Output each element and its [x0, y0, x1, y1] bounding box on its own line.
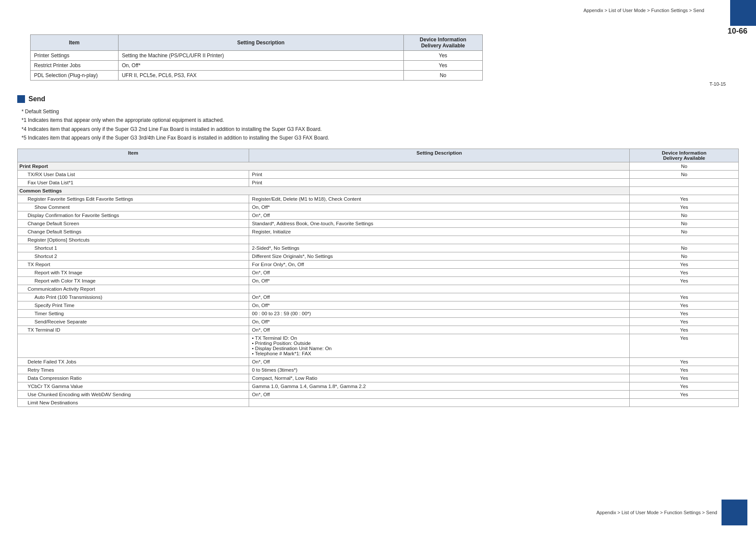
table-row: Shortcut 2 Different Size Originals*, No… [18, 252, 739, 260]
table-row: • TX Terminal ID: On• Printing Position:… [18, 334, 739, 357]
send-icon [17, 95, 25, 103]
table-row: Display Confirmation for Favorite Settin… [18, 211, 739, 219]
top-table-item: PDL Selection (Plug-n-play) [31, 71, 119, 81]
main-avail-cell: No [630, 227, 739, 236]
table-row: TX/RX User Data List Print No [18, 170, 739, 178]
top-table-item: Printer Settings [31, 51, 119, 61]
main-item-cell: Use Chunked Encoding with WebDAV Sending [18, 390, 249, 398]
main-avail-cell [630, 398, 739, 407]
send-title: Send [28, 95, 45, 103]
main-avail-cell: Yes [630, 366, 739, 374]
main-item-cell: Fax User Data List*1 [18, 178, 249, 186]
main-item-cell: Register [Options] Shortcuts [18, 236, 249, 244]
table-row: Use Chunked Encoding with WebDAV Sending… [18, 390, 739, 398]
notes-section: * Default Setting*1 Indicates items that… [22, 107, 739, 143]
main-avail-cell: Yes [630, 260, 739, 268]
main-desc-cell: On*, Off [249, 268, 630, 276]
main-desc-cell [249, 398, 630, 407]
table-row: Change Default Screen Standard*, Address… [18, 219, 739, 227]
blue-tab-top [730, 0, 756, 26]
main-desc-cell: On, Off* [249, 317, 630, 326]
table-row: Specify Print Time On, Off* Yes [18, 301, 739, 309]
top-table-item: Restrict Printer Jobs [31, 61, 119, 71]
top-table-desc: On, Off* [118, 61, 403, 71]
main-item-cell: Shortcut 2 [18, 252, 249, 260]
main-desc-cell: On*, Off [249, 326, 630, 334]
table-row: Print Report No [18, 162, 739, 170]
main-avail-cell: No [630, 219, 739, 227]
note-item: *1 Indicates items that appear only when… [22, 116, 739, 124]
table-row: Data Compression Ratio Compact, Normal*,… [18, 374, 739, 382]
bottom-section: Appendix > List of User Mode > Function … [0, 500, 756, 525]
main-avail-cell: No [630, 252, 739, 260]
section-avail [630, 186, 739, 195]
main-item-cell: TX Terminal ID [18, 326, 249, 334]
table-row: TX Terminal ID On*, Off Yes [18, 326, 739, 334]
main-desc-cell: On, Off* [249, 203, 630, 211]
main-item-cell: Display Confirmation for Favorite Settin… [18, 211, 249, 219]
table-row: Register Favorite Settings Edit Favorite… [18, 195, 739, 203]
main-avail-cell [630, 285, 739, 293]
main-table: Item Setting Description Device Informat… [17, 149, 739, 407]
main-avail-cell: Yes [630, 268, 739, 276]
main-item-cell: Auto Print (100 Transmissions) [18, 293, 249, 301]
table-row: Auto Print (100 Transmissions) On*, Off … [18, 293, 739, 301]
main-desc-cell: On*, Off [249, 357, 630, 366]
table-row: PDL Selection (Plug-n-play) UFR II, PCL5… [31, 71, 483, 81]
top-table-avail: Yes [403, 51, 482, 61]
main-item-cell: Retry Times [18, 366, 249, 374]
main-item-cell: Communication Activity Report [18, 285, 249, 293]
table-row: TX Report For Error Only*, On, Off Yes [18, 260, 739, 268]
table-row: Send/Receive Separate On, Off* Yes [18, 317, 739, 326]
main-avail-cell: Yes [630, 326, 739, 334]
table-row: Report with TX Image On*, Off Yes [18, 268, 739, 276]
main-avail-cell [630, 236, 739, 244]
main-desc-cell: On, Off* [249, 276, 630, 285]
table-row: Fax User Data List*1 Print [18, 178, 739, 186]
main-desc-cell [249, 236, 630, 244]
main-avail-cell: Yes [630, 203, 739, 211]
main-avail-cell: No [630, 211, 739, 219]
main-desc-cell: 2-Sided*, No Settings [249, 244, 630, 252]
main-table-desc-header: Setting Description [249, 149, 630, 162]
main-item-cell: Show Comment [18, 203, 249, 211]
table-row: Restrict Printer Jobs On, Off* Yes [31, 61, 483, 71]
main-desc-cell: Gamma 1.0, Gamma 1.4, Gamma 1.8*, Gamma … [249, 382, 630, 390]
main-desc-cell: 00 : 00 to 23 : 59 (00 : 00*) [249, 309, 630, 317]
main-avail-cell: Yes [630, 357, 739, 366]
table-row: Report with Color TX Image On, Off* Yes [18, 276, 739, 285]
table-row: Common Settings [18, 186, 739, 195]
top-table-avail: No [403, 71, 482, 81]
main-desc-cell: Print [249, 178, 630, 186]
section-avail: No [630, 162, 739, 170]
main-desc-cell: For Error Only*, On, Off [249, 260, 630, 268]
main-item-cell: Timer Setting [18, 309, 249, 317]
main-avail-cell: Yes [630, 276, 739, 285]
main-desc-cell: Register, Initialize [249, 227, 630, 236]
bullet-item: • Display Destination Unit Name: On [252, 346, 332, 351]
main-table-dev-header: Device InformationDelivery Available [630, 149, 739, 162]
section-header: Common Settings [18, 186, 630, 195]
main-avail-cell: Yes [630, 334, 739, 357]
main-item-cell: YCbCr TX Gamma Value [18, 382, 249, 390]
main-desc-cell: On*, Off [249, 211, 630, 219]
table-row: Limit New Destinations [18, 398, 739, 407]
main-desc-cell: On*, Off [249, 293, 630, 301]
main-table-item-header: Item [18, 149, 249, 162]
main-avail-cell: Yes [630, 382, 739, 390]
main-avail-cell: Yes [630, 317, 739, 326]
main-avail-cell: Yes [630, 390, 739, 398]
top-table-desc-header: Setting Description [118, 35, 403, 51]
main-item-cell: Data Compression Ratio [18, 374, 249, 382]
main-desc-cell: Compact, Normal*, Low Ratio [249, 374, 630, 382]
main-desc-cell: Print [249, 170, 630, 178]
top-table: Item Setting Description Device Informat… [30, 34, 483, 81]
page-number-top: 10-66 [728, 27, 747, 36]
main-item-cell: Specify Print Time [18, 301, 249, 309]
main-avail-cell [630, 178, 739, 186]
main-avail-cell: Yes [630, 374, 739, 382]
top-breadcrumb: Appendix > List of User Mode > Function … [584, 8, 704, 13]
main-avail-cell: No [630, 244, 739, 252]
section-header: Print Report [18, 162, 630, 170]
note-item: *5 Indicates item that appears only if t… [22, 134, 739, 142]
